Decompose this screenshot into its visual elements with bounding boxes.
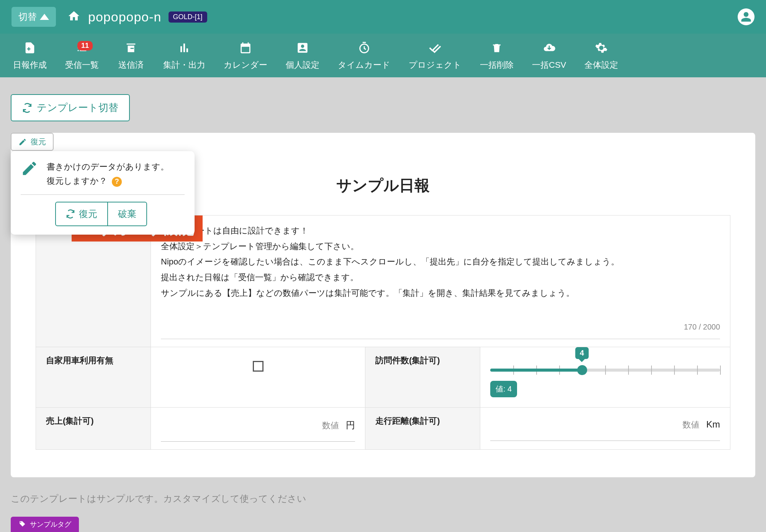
sales-unit: 円: [346, 419, 355, 431]
nav-label: 一括削除: [480, 59, 514, 71]
distance-unit: Km: [706, 419, 720, 430]
nav-label: 個人設定: [286, 59, 319, 71]
template-switch-label: テンプレート切替: [37, 101, 118, 114]
home-icon[interactable]: [67, 10, 80, 24]
slider-fill: [490, 369, 582, 372]
row-caruse-label: 自家用車利用有無: [36, 347, 151, 408]
nav-label: 送信済: [118, 59, 144, 71]
pencil-icon: [21, 160, 38, 179]
trash-icon: [491, 40, 502, 55]
nav-label: カレンダー: [224, 59, 267, 71]
bar-chart-icon: [178, 40, 191, 55]
refresh-icon: [66, 209, 75, 219]
nav-bulk-csv[interactable]: 一括CSV: [523, 40, 575, 71]
help-icon[interactable]: ?: [112, 177, 122, 187]
desc-line: テンプレートは自由に設計できます！: [161, 223, 720, 239]
nav-bulk-delete[interactable]: 一括削除: [471, 40, 523, 71]
restore-button[interactable]: 復元: [55, 202, 108, 226]
input-underline: [490, 441, 720, 441]
restore-tab-button[interactable]: 復元: [11, 133, 54, 151]
discard-button[interactable]: 破棄: [108, 202, 147, 226]
report-card: 復元 書きかけのデータがあります。 復元しますか？ ?: [11, 133, 755, 477]
nav-create-report[interactable]: 日報作成: [4, 40, 56, 71]
nav-label: タイムカード: [338, 59, 390, 71]
nav-sent[interactable]: 送信済: [108, 40, 154, 71]
divider: [161, 339, 720, 339]
app-name: popopopo-n: [88, 10, 162, 24]
distance-input-placeholder: 数値: [683, 419, 699, 431]
report-form-table: 今日 テンプレートは自由に設計できます！ 全体設定＞テンプレート管理から編集して…: [36, 215, 730, 450]
nav-timecard[interactable]: タイムカード: [329, 40, 399, 71]
calendar-icon: [239, 40, 252, 55]
input-underline: [161, 441, 355, 442]
restore-button-label: 復元: [79, 208, 97, 220]
row-caruse-value-cell: [151, 347, 365, 408]
desc-line: 全体設定＞テンプレート管理から編集して下さい。: [161, 239, 720, 255]
person-box-icon: [296, 40, 309, 55]
nav-label: プロジェクト: [409, 59, 462, 71]
check-double-icon: [428, 40, 442, 55]
file-plus-icon: [23, 40, 36, 55]
nav-badge: 11: [77, 41, 93, 51]
nav-label: 一括CSV: [532, 59, 566, 71]
slider-tooltip: 4: [575, 347, 589, 359]
archive-icon: [124, 40, 137, 55]
nav-label: 集計・出力: [163, 59, 205, 71]
table-row: 自家用車利用有無 訪問件数(集計可) 4 値: 4: [36, 347, 730, 408]
discard-button-label: 破棄: [118, 208, 136, 220]
toggle-label: 切替: [18, 11, 37, 23]
row-visits-value-cell: 4 値: 4: [480, 347, 730, 408]
nav-aggregate[interactable]: 集計・出力: [154, 40, 214, 71]
nav-label: 日報作成: [13, 59, 47, 71]
sales-input-placeholder: 数値: [322, 420, 339, 431]
nav-calendar[interactable]: カレンダー: [214, 40, 277, 71]
main-nav: 日報作成 11 受信一覧 送信済 集計・出力 カレンダー 個人設定 タイムカード…: [0, 34, 766, 77]
slider-thumb[interactable]: [577, 365, 587, 375]
template-switch-button[interactable]: テンプレート切替: [11, 94, 130, 121]
slider-track[interactable]: [490, 369, 720, 372]
content-area: テンプレート切替 復元 書きかけのデータがあります。 復元しますか？ ?: [0, 77, 766, 505]
char-counter: 170 / 2000: [161, 320, 720, 334]
row-visits-label: 訪問件数(集計可): [365, 347, 480, 408]
desc-line: サンプルにある【売上】などの数値パーツは集計可能です。「集計」を開き、集計結果を…: [161, 286, 720, 301]
sample-tag-chip[interactable]: サンプルタグ: [11, 517, 79, 532]
nav-global-settings[interactable]: 全体設定: [575, 40, 627, 71]
nav-label: 受信一覧: [65, 59, 99, 71]
recovery-msg-line1: 書きかけのデータがあります。: [47, 160, 169, 174]
avatar[interactable]: [738, 8, 755, 25]
refresh-icon: [22, 103, 32, 113]
app-header: 切替 popopopo-n GOLD-[1]: [0, 0, 766, 34]
divider: [21, 194, 185, 195]
footer-note: このテンプレートはサンプルです。カスタマイズして使ってください: [11, 493, 755, 505]
row-distance-label: 走行距離(集計可): [365, 408, 480, 450]
gear-icon: [595, 40, 608, 55]
desc-line: Nipoのイメージを確認したい場合は、このまま下へスクロールし、「提出先」に自分…: [161, 254, 720, 270]
toggle-button[interactable]: 切替: [11, 7, 56, 27]
row-today-value-cell[interactable]: テンプレートは自由に設計できます！ 全体設定＞テンプレート管理から編集して下さい…: [151, 215, 730, 347]
tag-icon: [18, 521, 26, 528]
triangle-up-icon: [40, 14, 49, 20]
pencil-icon: [18, 138, 27, 146]
table-row: 売上(集計可) 数値 円 走行距離(集計可) 数値 Km: [36, 408, 730, 450]
checkbox-input[interactable]: [253, 361, 264, 372]
nav-project[interactable]: プロジェクト: [399, 40, 471, 71]
timer-icon: [358, 40, 371, 55]
restore-tab-label: 復元: [31, 137, 46, 147]
row-sales-label: 売上(集計可): [36, 408, 151, 450]
cloud-download-icon: [542, 40, 556, 55]
recovery-message: 書きかけのデータがあります。 復元しますか？ ?: [47, 160, 169, 188]
tag-chip-label: サンプルタグ: [30, 520, 71, 529]
row-sales-value-cell[interactable]: 数値 円: [151, 408, 365, 450]
nav-label: 全体設定: [584, 59, 618, 71]
plan-badge: GOLD-[1]: [169, 11, 207, 23]
recovery-msg-line2: 復元しますか？: [47, 176, 107, 186]
row-distance-value-cell[interactable]: 数値 Km: [480, 408, 730, 450]
nav-inbox[interactable]: 11 受信一覧: [56, 40, 108, 71]
desc-line: 提出された日報は「受信一覧」から確認できます。: [161, 270, 720, 286]
nav-personal-settings[interactable]: 個人設定: [277, 40, 329, 71]
slider-value-chip: 値: 4: [490, 381, 517, 397]
recovery-popup: 書きかけのデータがあります。 復元しますか？ ? 復元 破棄: [11, 151, 195, 235]
